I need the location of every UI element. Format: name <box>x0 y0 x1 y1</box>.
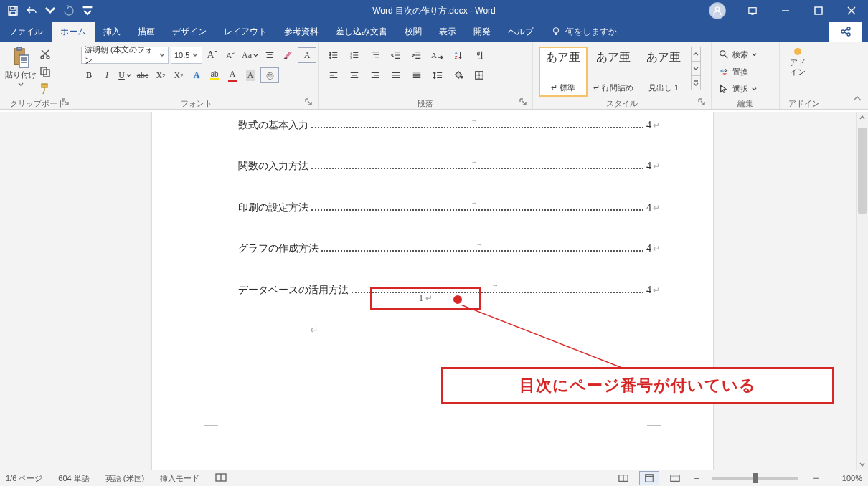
chevron-up-icon[interactable] <box>691 47 701 61</box>
align-left-icon[interactable] <box>324 67 343 83</box>
font-family-combo[interactable]: 游明朝 (本文のフォン <box>81 47 169 64</box>
toc-entry[interactable]: 数式の基本入力 → 4 ↵ <box>238 118 660 132</box>
replace-button[interactable]: abac 置換 <box>719 64 757 80</box>
scroll-thumb[interactable] <box>858 128 867 214</box>
tell-me-search[interactable]: 何をしますか <box>542 22 626 42</box>
redo-icon[interactable] <box>63 5 75 16</box>
status-words[interactable]: 604 単語 <box>58 473 89 484</box>
scroll-track[interactable] <box>857 123 868 459</box>
document-page[interactable]: 数式の基本入力 → 4 ↵ 関数の入力方法 → 4 ↵ 印刷の設定方法 → 4 … <box>152 112 713 470</box>
paste-button[interactable]: 貼り付け <box>3 44 39 87</box>
tab-home[interactable]: ホーム <box>52 22 95 42</box>
tab-layout[interactable]: レイアウト <box>215 22 275 42</box>
sort-icon[interactable]: AZ <box>449 47 468 63</box>
scroll-down-icon[interactable] <box>857 459 868 470</box>
toc-entry[interactable]: 関数の入力方法 → 4 ↵ <box>238 159 660 173</box>
maximize-icon[interactable] <box>802 0 835 22</box>
dialog-launcher-icon[interactable] <box>303 98 313 108</box>
show-marks-icon[interactable] <box>470 47 489 63</box>
tab-draw[interactable]: 描画 <box>129 22 164 42</box>
collapse-ribbon-icon[interactable] <box>852 94 862 106</box>
zoom-value[interactable]: 100% <box>829 474 862 482</box>
select-button[interactable]: 選択 <box>719 81 757 97</box>
multilevel-list-icon[interactable] <box>366 47 385 63</box>
zoom-out-button[interactable]: − <box>691 473 702 484</box>
user-avatar[interactable] <box>709 2 726 19</box>
tab-review[interactable]: 校閲 <box>396 22 430 42</box>
subscript-button[interactable]: X2 <box>153 67 169 83</box>
tab-mailings[interactable]: 差し込み文書 <box>327 22 396 42</box>
status-insert-mode[interactable]: 挿入モード <box>160 473 199 484</box>
character-shading-icon[interactable]: A <box>242 67 258 83</box>
chevron-down-icon[interactable] <box>691 61 701 75</box>
tab-help[interactable]: ヘルプ <box>499 22 542 42</box>
undo-icon[interactable] <box>26 5 37 16</box>
font-color-icon[interactable]: A <box>225 67 240 83</box>
dialog-launcher-icon[interactable] <box>518 98 528 108</box>
tab-insert[interactable]: 挿入 <box>95 22 129 42</box>
zoom-in-button[interactable]: ＋ <box>808 472 824 485</box>
phonetic-guide-icon[interactable] <box>262 47 278 63</box>
tab-references[interactable]: 参考資料 <box>275 22 327 42</box>
font-size-combo[interactable]: 10.5 <box>171 47 202 64</box>
zoom-slider[interactable] <box>712 477 798 480</box>
distributed-icon[interactable] <box>407 67 426 83</box>
close-icon[interactable] <box>835 0 868 22</box>
tab-file[interactable]: ファイル <box>0 22 52 42</box>
toc-entry[interactable]: グラフの作成方法 → 4 ↵ <box>238 242 660 256</box>
cut-icon[interactable] <box>39 48 52 61</box>
status-page[interactable]: 1/6 ページ <box>6 473 42 484</box>
bold-button[interactable]: B <box>81 67 97 83</box>
numbering-icon[interactable]: 123 <box>345 47 364 63</box>
style-normal[interactable]: あア亜 ↵標準 <box>539 47 588 97</box>
view-print-layout-icon[interactable] <box>639 471 659 485</box>
highlight-icon[interactable]: ab <box>207 67 222 83</box>
ribbon-display-options-icon[interactable] <box>736 0 769 22</box>
view-read-mode-icon[interactable] <box>613 471 633 485</box>
format-painter-icon[interactable] <box>39 82 52 95</box>
text-direction-icon[interactable]: A <box>428 47 447 63</box>
tab-developer[interactable]: 開発 <box>465 22 499 42</box>
undo-more-icon[interactable] <box>44 5 56 16</box>
minimize-icon[interactable] <box>769 0 802 22</box>
shading-icon[interactable] <box>449 67 468 83</box>
justify-icon[interactable] <box>387 67 405 83</box>
decrease-font-icon[interactable]: Aˇ <box>222 47 238 63</box>
italic-button[interactable]: I <box>99 67 115 83</box>
text-effects-icon[interactable]: A <box>189 67 204 83</box>
strikethrough-button[interactable]: abc <box>135 67 151 83</box>
dialog-launcher-icon[interactable] <box>697 98 707 108</box>
save-icon[interactable] <box>7 5 19 16</box>
view-web-layout-icon[interactable] <box>665 471 685 485</box>
scroll-up-icon[interactable] <box>857 112 868 123</box>
vertical-scrollbar[interactable] <box>856 112 868 470</box>
enclose-characters-icon[interactable]: ㊞ <box>260 67 279 83</box>
decrease-indent-icon[interactable] <box>387 47 405 63</box>
zoom-thumb[interactable] <box>753 473 758 483</box>
increase-font-icon[interactable]: Aˆ <box>204 47 220 63</box>
copy-icon[interactable] <box>39 65 52 78</box>
borders-icon[interactable] <box>470 67 489 83</box>
character-border-icon[interactable]: A <box>298 47 316 63</box>
tab-view[interactable]: 表示 <box>430 22 465 42</box>
underline-button[interactable]: U <box>117 67 133 83</box>
tab-design[interactable]: デザイン <box>164 22 215 42</box>
align-right-icon[interactable] <box>366 67 385 83</box>
bullets-icon[interactable] <box>324 47 343 63</box>
expand-gallery-icon[interactable] <box>691 75 701 90</box>
dialog-launcher-icon[interactable] <box>60 98 70 108</box>
increase-indent-icon[interactable] <box>407 47 426 63</box>
qat-customize-icon[interactable] <box>82 5 93 16</box>
style-no-spacing[interactable]: あア亜 ↵行間詰め <box>589 47 638 97</box>
addin-button[interactable]: アド イン <box>783 44 813 77</box>
line-spacing-icon[interactable] <box>428 67 447 83</box>
style-heading1[interactable]: あア亜 見出し 1 <box>639 47 688 97</box>
toc-entry[interactable]: 印刷の設定方法 → 4 ↵ <box>238 200 660 214</box>
change-case-icon[interactable]: Aa <box>240 47 260 63</box>
clear-formatting-icon[interactable] <box>280 47 296 63</box>
find-button[interactable]: 検索 <box>719 47 757 62</box>
style-gallery-scroll[interactable] <box>691 47 701 90</box>
share-button[interactable] <box>829 22 862 42</box>
superscript-button[interactable]: X2 <box>171 67 187 83</box>
align-center-icon[interactable] <box>345 67 364 83</box>
